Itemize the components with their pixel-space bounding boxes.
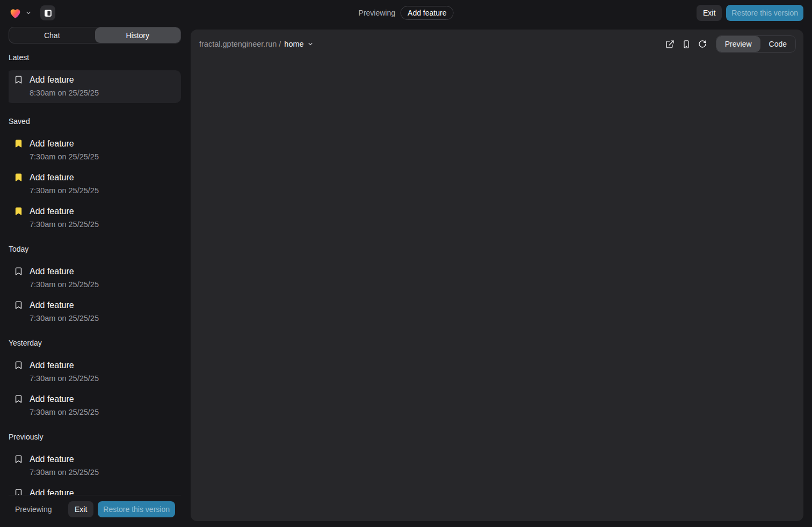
restore-version-button[interactable]: Restore this version (726, 5, 803, 21)
history-item[interactable]: Add feature7:30am on 25/25/25 (9, 393, 181, 419)
section-title: Previously (9, 433, 181, 441)
version-badge: Add feature (401, 6, 453, 20)
history-item-title: Add feature (30, 359, 99, 372)
smartphone-icon (682, 40, 691, 49)
history-item-timestamp: 7:30am on 25/25/25 (30, 466, 99, 479)
history-item[interactable]: Add feature7:30am on 25/25/25 (9, 299, 181, 325)
history-item-timestamp: 7:30am on 25/25/25 (30, 372, 99, 385)
bookmark-icon (14, 488, 23, 495)
bookmark-icon (14, 361, 23, 370)
history-item-title: Add feature (30, 265, 99, 278)
preview-panel-header: fractal.gptengineer.run / home (191, 30, 803, 53)
history-section: PreviouslyAdd feature7:30am on 25/25/25A… (9, 433, 181, 495)
preview-panel: fractal.gptengineer.run / home (191, 30, 803, 521)
history-item-text: Add feature7:30am on 25/25/25 (30, 265, 99, 291)
history-item[interactable]: Add feature7:30am on 25/25/25 (9, 171, 181, 197)
history-item-text: Add feature7:30am on 25/25/25 (30, 205, 99, 231)
topbar-left (9, 5, 55, 20)
history-item-text: Add feature7:30am on 25/25/25 (30, 393, 99, 419)
bookmark-saved-icon (14, 173, 23, 182)
chevron-down-icon[interactable] (25, 10, 32, 16)
tab-history[interactable]: History (95, 27, 181, 43)
tab-preview[interactable]: Preview (716, 36, 760, 52)
history-item-title: Add feature (30, 205, 99, 218)
history-section: SavedAdd feature7:30am on 25/25/25Add fe… (9, 117, 181, 231)
history-item-timestamp: 8:30am on 25/25/25 (30, 86, 99, 99)
history-item-text: Add feature7:30am on 25/25/25 (30, 453, 99, 479)
preview-url-selector[interactable]: fractal.gptengineer.run / home (199, 40, 314, 48)
history-item[interactable]: Add feature7:30am on 25/25/25 (9, 487, 181, 495)
history-item[interactable]: Add feature7:30am on 25/25/25 (9, 137, 181, 163)
topbar: Previewing Add feature Exit Restore this… (0, 0, 812, 26)
history-item[interactable]: Add feature7:30am on 25/25/25 (9, 453, 181, 479)
preview-url-host: fractal.gptengineer.run / (199, 40, 281, 48)
history-item[interactable]: Add feature7:30am on 25/25/25 (9, 265, 181, 291)
footer-exit-button[interactable]: Exit (68, 501, 93, 517)
topbar-center: Previewing Add feature (359, 0, 454, 26)
history-item-title: Add feature (30, 74, 99, 86)
preview-content (191, 53, 803, 521)
history-item-title: Add feature (30, 453, 99, 466)
mobile-view-button[interactable] (682, 40, 691, 49)
preview-url-page: home (284, 40, 303, 48)
history-item-text: Add feature7:30am on 25/25/25 (30, 137, 99, 163)
external-link-icon (665, 40, 675, 49)
refresh-icon (698, 40, 707, 48)
history-item-title: Add feature (30, 137, 99, 150)
history-item-timestamp: 7:30am on 25/25/25 (30, 278, 99, 291)
history-item-timestamp: 7:30am on 25/25/25 (30, 218, 99, 231)
footer-restore-version-button[interactable]: Restore this version (98, 501, 175, 517)
history-item-timestamp: 7:30am on 25/25/25 (30, 312, 99, 325)
history-item-title: Add feature (30, 171, 99, 184)
panel-left-icon (44, 9, 53, 18)
bookmark-icon (14, 394, 23, 404)
lovable-heart-logo[interactable] (9, 6, 22, 20)
previewing-status-label: Previewing (15, 505, 52, 514)
sidebar-toggle-button[interactable] (40, 5, 55, 20)
history-item[interactable]: Add feature8:30am on 25/25/25 (9, 70, 181, 103)
topbar-right: Exit Restore this version (697, 5, 803, 21)
exit-button[interactable]: Exit (697, 5, 722, 21)
chevron-down-icon (307, 41, 314, 47)
tab-code[interactable]: Code (760, 36, 795, 52)
sidebar-tabs: Chat History (9, 27, 181, 43)
bookmark-icon (14, 267, 23, 276)
history-item-text: Add feature7:30am on 25/25/25 (30, 171, 99, 197)
bookmark-saved-icon (14, 139, 23, 148)
history-section: LatestAdd feature8:30am on 25/25/25 (9, 53, 181, 103)
history-item[interactable]: Add feature7:30am on 25/25/25 (9, 359, 181, 385)
history-section: YesterdayAdd feature7:30am on 25/25/25Ad… (9, 339, 181, 419)
history-item-timestamp: 7:30am on 25/25/25 (30, 184, 99, 197)
history-list: LatestAdd feature8:30am on 25/25/25Saved… (9, 43, 181, 495)
history-item-text: Add feature7:30am on 25/25/25 (30, 487, 99, 495)
history-item-title: Add feature (30, 393, 99, 406)
history-section: TodayAdd feature7:30am on 25/25/25Add fe… (9, 245, 181, 325)
tab-chat[interactable]: Chat (9, 27, 95, 43)
section-title: Today (9, 245, 181, 253)
history-item-title: Add feature (30, 487, 99, 495)
history-item-timestamp: 7:30am on 25/25/25 (30, 150, 99, 163)
section-title: Saved (9, 117, 181, 126)
section-title: Latest (9, 53, 181, 62)
bookmark-icon (14, 75, 23, 84)
history-item-title: Add feature (30, 299, 99, 312)
preview-toolbar: Preview Code (662, 35, 796, 53)
view-mode-tabs: Preview Code (716, 35, 796, 53)
history-item-text: Add feature8:30am on 25/25/25 (30, 74, 99, 99)
refresh-button[interactable] (698, 40, 707, 48)
sidebar-footer: Previewing Exit Restore this version (9, 495, 181, 527)
bookmark-icon (14, 455, 23, 464)
section-title: Yesterday (9, 339, 181, 347)
bookmark-saved-icon (14, 207, 23, 216)
bookmark-icon (14, 301, 23, 310)
history-item-text: Add feature7:30am on 25/25/25 (30, 299, 99, 325)
previewing-label: Previewing (359, 9, 395, 17)
history-item-timestamp: 7:30am on 25/25/25 (30, 406, 99, 419)
history-item[interactable]: Add feature7:30am on 25/25/25 (9, 205, 181, 231)
history-sidebar: Chat History LatestAdd feature8:30am on … (9, 27, 181, 527)
open-in-new-tab-button[interactable] (665, 40, 675, 49)
history-item-text: Add feature7:30am on 25/25/25 (30, 359, 99, 385)
